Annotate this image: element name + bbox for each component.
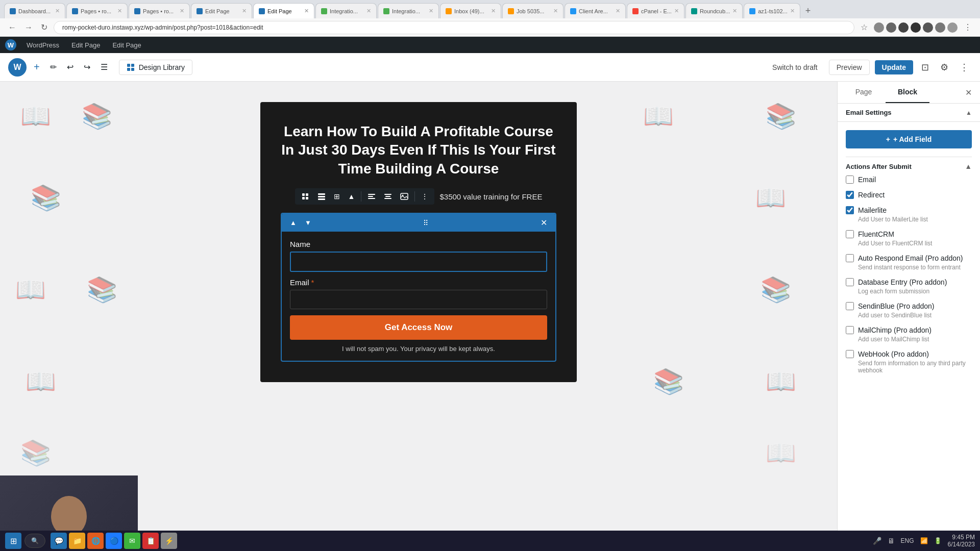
new-tab-btn[interactable]: + bbox=[801, 3, 815, 18]
browser-tab[interactable]: Integratio... ✕ bbox=[315, 3, 377, 18]
taskbar-app-6[interactable]: 📋 bbox=[142, 533, 159, 549]
email-label: Email bbox=[290, 278, 309, 287]
block-toolbar: ⊞ ▲ ⋮ bbox=[295, 188, 435, 205]
auto-respond-checkbox[interactable] bbox=[846, 254, 854, 262]
email-checkbox[interactable] bbox=[846, 176, 854, 184]
browser-tab-active[interactable]: Edit Page ✕ bbox=[253, 3, 314, 18]
fluentcrm-checkbox[interactable] bbox=[846, 230, 854, 238]
toolbar-image-btn[interactable] bbox=[397, 190, 411, 203]
wp-admin-bar-edit-page-1[interactable]: Edit Page bbox=[65, 37, 106, 53]
wp-logo-btn[interactable]: W bbox=[8, 58, 27, 77]
update-btn[interactable]: Update bbox=[875, 60, 913, 74]
taskbar-monitor-btn[interactable]: 🖥 bbox=[888, 537, 895, 545]
taskbar: ⊞ 🔍 💬 📁 🌐 🔵 ✉ 📋 ⚡ 🎤 🖥 ENG 📶 🔋 9:45 PM 6/… bbox=[0, 531, 980, 551]
sidebar-content: + + Add Field Actions After Submit ▲ Ema… bbox=[838, 122, 980, 551]
taskbar-mic-btn[interactable]: 🎤 bbox=[873, 537, 881, 545]
browser-tab[interactable]: Client Are... ✕ bbox=[565, 3, 626, 18]
redirect-action-label: Redirect bbox=[858, 191, 885, 199]
browser-tab[interactable]: cPanel - E... ✕ bbox=[627, 3, 684, 18]
toolbar-layout-btn[interactable] bbox=[314, 190, 329, 203]
webhook-checkbox[interactable] bbox=[846, 350, 854, 358]
action-item-auto-respond: Auto Respond Email (Pro addon) Send inst… bbox=[846, 254, 972, 271]
bookmark-btn[interactable]: ☆ bbox=[859, 20, 870, 34]
taskbar-app-3[interactable]: 🌐 bbox=[87, 533, 104, 549]
form-block-down-btn[interactable]: ▼ bbox=[302, 218, 314, 228]
browser-tab[interactable]: Edit Page ✕ bbox=[191, 3, 252, 18]
redirect-checkbox[interactable] bbox=[846, 191, 854, 199]
taskbar-app-2[interactable]: 📁 bbox=[69, 533, 85, 549]
toolbar-align-left-btn[interactable] bbox=[364, 190, 379, 203]
taskbar-start-btn[interactable]: ⊞ bbox=[5, 533, 21, 549]
taskbar-app-1[interactable]: 💬 bbox=[51, 533, 67, 549]
actions-after-submit-header[interactable]: Actions After Submit ▲ bbox=[846, 157, 972, 176]
email-settings-header[interactable]: Email Settings ▲ bbox=[838, 104, 980, 122]
switch-draft-btn[interactable]: Switch to draft bbox=[766, 60, 824, 74]
auto-respond-action-desc: Send instant response to form entrant bbox=[846, 264, 972, 271]
svg-rect-9 bbox=[318, 196, 325, 197]
add-field-btn[interactable]: + + Add Field bbox=[846, 130, 972, 148]
address-bar[interactable]: romy-pocket-duro.instawp.xyz/wp-admin/po… bbox=[54, 21, 854, 34]
add-block-btn[interactable]: + bbox=[31, 58, 43, 76]
nav-reload-btn[interactable]: ↻ bbox=[39, 20, 50, 34]
taskbar-search-btn[interactable]: 🔍 bbox=[24, 534, 45, 548]
browser-tab[interactable]: Pages • ro... ✕ bbox=[129, 3, 190, 18]
design-library-icon bbox=[127, 63, 135, 71]
toolbar-align-center-btn[interactable] bbox=[381, 190, 395, 203]
browser-tab[interactable]: Roundcub... ✕ bbox=[685, 3, 743, 18]
undo-btn[interactable]: ↩ bbox=[64, 59, 77, 75]
tab-page[interactable]: Page bbox=[842, 82, 886, 103]
wp-logo: W bbox=[5, 39, 16, 51]
wp-admin-bar-wp[interactable]: WordPress bbox=[20, 37, 65, 53]
toolbar-more-btn[interactable]: ⋮ bbox=[418, 190, 431, 203]
editor-tools-btn[interactable]: ✏ bbox=[47, 59, 60, 75]
svg-rect-12 bbox=[368, 196, 373, 197]
email-input[interactable] bbox=[290, 290, 547, 309]
taskbar-lang: ENG bbox=[901, 537, 914, 544]
settings-btn[interactable]: ⚙ bbox=[937, 59, 951, 76]
nav-forward-btn[interactable]: → bbox=[22, 21, 35, 34]
tab-block[interactable]: Block bbox=[886, 82, 929, 103]
name-input[interactable] bbox=[290, 252, 547, 272]
design-library-btn[interactable]: Design Library bbox=[119, 60, 192, 75]
svg-rect-4 bbox=[302, 193, 305, 196]
sendinblue-checkbox[interactable] bbox=[846, 302, 854, 310]
toolbar-grid-btn[interactable]: ⊞ bbox=[331, 190, 343, 203]
action-item-sendinblue: SendinBlue (Pro addon) Add user to Sendi… bbox=[846, 302, 972, 319]
browser-tab[interactable]: Pages • ro... ✕ bbox=[66, 3, 128, 18]
browser-tab[interactable]: Dashboard... ✕ bbox=[4, 3, 65, 18]
mailchimp-action-desc: Add user to MailChimp list bbox=[846, 336, 972, 343]
submit-btn[interactable]: Get Access Now bbox=[290, 315, 547, 340]
preview-btn[interactable]: Preview bbox=[829, 60, 870, 75]
form-block-header: ▲ ▼ ⠿ ✕ bbox=[282, 214, 555, 232]
add-field-icon: + bbox=[886, 135, 890, 143]
taskbar-app-7[interactable]: ⚡ bbox=[161, 533, 177, 549]
more-tools-btn[interactable]: ⋮ bbox=[957, 59, 972, 76]
extensions-btn[interactable]: ⋮ bbox=[962, 20, 974, 34]
page-block: Learn How To Build A Profitable Course I… bbox=[260, 102, 577, 382]
sendinblue-action-label: SendinBlue (Pro addon) bbox=[858, 302, 934, 310]
mailchimp-checkbox[interactable] bbox=[846, 326, 854, 334]
toolbar-icon-btn[interactable] bbox=[298, 190, 312, 203]
wp-admin-bar-edit-page-2[interactable]: Edit Page bbox=[106, 37, 147, 53]
form-block-drag-handle[interactable]: ⠿ bbox=[423, 219, 428, 227]
webhook-action-label: WebHook (Pro addon) bbox=[858, 350, 929, 358]
details-btn[interactable]: ☰ bbox=[97, 59, 111, 75]
email-action-label: Email bbox=[858, 176, 876, 184]
nav-back-btn[interactable]: ← bbox=[6, 21, 18, 34]
mailerlite-checkbox[interactable] bbox=[846, 206, 854, 214]
browser-tab[interactable]: Integratio... ✕ bbox=[378, 3, 439, 18]
browser-tab[interactable]: az1-ts102... ✕ bbox=[744, 3, 800, 18]
taskbar-app-5[interactable]: ✉ bbox=[124, 533, 140, 549]
view-toggle-btn[interactable]: ⊡ bbox=[918, 59, 932, 76]
mailerlite-action-label: Mailerlite bbox=[858, 206, 887, 214]
database-checkbox[interactable] bbox=[846, 278, 854, 286]
browser-tab[interactable]: Inbox (49)... ✕ bbox=[440, 3, 501, 18]
form-block-close-btn[interactable]: ✕ bbox=[537, 217, 550, 229]
taskbar-app-4[interactable]: 🔵 bbox=[106, 533, 122, 549]
svg-rect-2 bbox=[127, 68, 130, 71]
sidebar-close-btn[interactable]: ✕ bbox=[961, 84, 976, 102]
form-block-up-btn[interactable]: ▲ bbox=[287, 218, 300, 228]
redo-btn[interactable]: ↪ bbox=[81, 59, 93, 75]
browser-tab[interactable]: Job 5035... ✕ bbox=[502, 3, 564, 18]
toolbar-arrow-up-btn[interactable]: ▲ bbox=[345, 190, 358, 203]
